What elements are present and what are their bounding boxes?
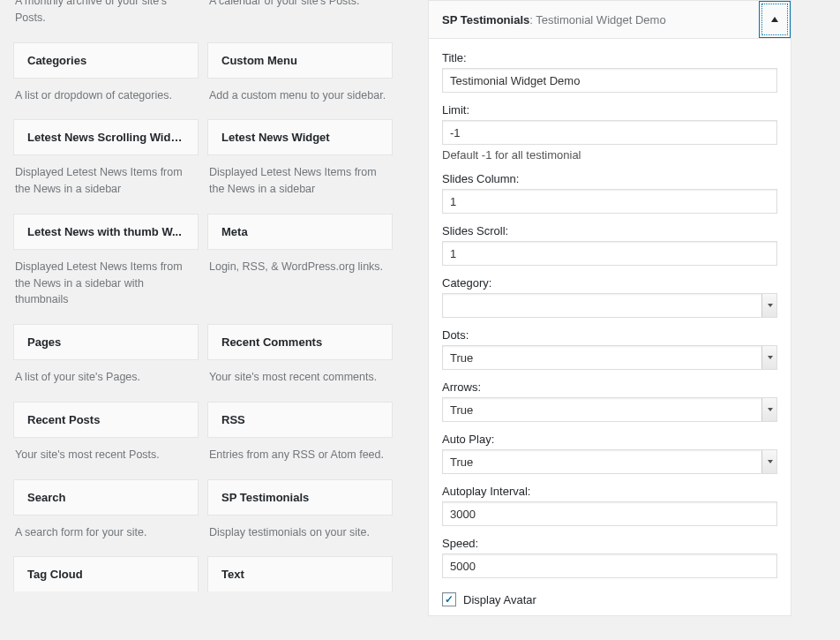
speed-input[interactable] — [442, 553, 777, 578]
title-label: Title: — [442, 51, 777, 64]
widget-description: A monthly archive of your site's Posts. — [13, 0, 199, 42]
arrows-label: Arrows: — [442, 380, 777, 394]
display-avatar-checkbox[interactable] — [442, 592, 456, 606]
arrows-select[interactable] — [442, 397, 777, 422]
slides-scroll-label: Slides Scroll: — [442, 224, 777, 237]
widget-item[interactable]: Text — [207, 556, 393, 591]
widget-title: Letest News Scrolling Widget — [27, 131, 184, 144]
limit-label: Limit: — [442, 103, 777, 117]
widget-title: Letest News Widget — [221, 131, 379, 144]
slides-column-input[interactable] — [442, 189, 777, 214]
widget-item[interactable]: Letest News Scrolling Widget Displayed L… — [13, 119, 199, 214]
widget-item[interactable]: Recent Comments Your site's most recent … — [207, 324, 393, 402]
widget-item[interactable]: Categories A list or dropdown of categor… — [13, 42, 199, 120]
widget-item[interactable]: Custom Menu Add a custom menu to your si… — [207, 42, 393, 120]
autoplay-interval-input[interactable] — [442, 501, 777, 526]
widget-description: Add a custom menu to your sidebar. — [207, 79, 393, 120]
widget-title: Meta — [221, 225, 379, 238]
widget-item[interactable]: Meta Login, RSS, & WordPress.org links. — [207, 214, 393, 324]
available-widgets-panel: A monthly archive of your site's Posts. … — [0, 0, 406, 640]
widget-item[interactable]: RSS Entries from any RSS or Atom feed. — [207, 402, 393, 479]
limit-input[interactable] — [442, 120, 777, 145]
widget-item[interactable]: Recent Posts Your site's most recent Pos… — [13, 402, 199, 479]
widget-panel-subtitle: Testimonial Widget Demo — [536, 13, 665, 26]
speed-label: Speed: — [442, 537, 777, 550]
widget-description: A list or dropdown of categories. — [13, 79, 199, 120]
widget-item[interactable]: Letest News with thumb W... Displayed Le… — [13, 214, 199, 324]
widget-item[interactable]: Search A search form for your site. — [13, 479, 199, 557]
widget-description: Displayed Letest News Items from the New… — [13, 250, 199, 324]
widget-title: Pages — [27, 335, 184, 349]
dots-label: Dots: — [442, 328, 777, 342]
widget-title: Recent Posts — [27, 413, 184, 426]
collapse-toggle-button[interactable] — [759, 1, 791, 38]
widget-item[interactable]: Letest News Widget Displayed Letest News… — [207, 119, 393, 214]
triangle-up-icon — [770, 15, 779, 24]
category-select[interactable] — [442, 293, 777, 318]
widget-description: Displayed Letest News Items from the New… — [207, 155, 393, 214]
widget-description: A calendar of your site's Posts. — [207, 0, 393, 26]
widget-title: Search — [27, 491, 184, 504]
widget-description: Displayed Letest News Items from the New… — [13, 155, 199, 214]
widget-title: Letest News with thumb W... — [27, 225, 184, 238]
widget-description: A list of your site's Pages. — [13, 360, 199, 402]
category-label: Category: — [442, 276, 777, 290]
widget-item[interactable]: Pages A list of your site's Pages. — [13, 324, 199, 402]
slides-column-label: Slides Column: — [442, 172, 777, 185]
display-avatar-label: Display Avatar — [463, 593, 536, 606]
dots-select[interactable] — [442, 345, 777, 370]
slides-scroll-input[interactable] — [442, 241, 777, 266]
widget-title: SP Testimonials — [221, 491, 379, 504]
widget-title: RSS — [221, 413, 379, 426]
widget-title: Tag Cloud — [27, 568, 184, 581]
widget-item[interactable]: Tag Cloud — [13, 556, 199, 591]
widget-panel-name: SP Testimonials — [442, 13, 529, 26]
widget-item[interactable]: A calendar of your site's Posts. — [207, 0, 393, 42]
autoplay-label: Auto Play: — [442, 433, 777, 446]
widget-settings-panel: SP Testimonials: Testimonial Widget Demo… — [428, 0, 791, 616]
widget-item[interactable]: SP Testimonials Display testimonials on … — [207, 479, 393, 557]
widget-description: Entries from any RSS or Atom feed. — [207, 438, 393, 479]
widget-title: Text — [221, 568, 379, 581]
svg-marker-0 — [771, 17, 778, 22]
widget-description: Your site's most recent Posts. — [13, 438, 199, 479]
widget-title: Custom Menu — [221, 54, 379, 67]
widget-description: Display testimonials on your site. — [207, 516, 393, 557]
widget-title: Recent Comments — [221, 335, 379, 349]
autoplay-interval-label: Autoplay Interval: — [442, 485, 777, 498]
widget-item[interactable]: A monthly archive of your site's Posts. — [13, 0, 199, 42]
autoplay-select[interactable] — [442, 449, 777, 474]
widget-title: Categories — [27, 54, 184, 67]
limit-help-text: Default -1 for all testimonial — [442, 148, 777, 162]
widget-description: A search form for your site. — [13, 516, 199, 557]
widget-description: Your site's most recent comments. — [207, 360, 393, 402]
title-input[interactable] — [442, 68, 777, 93]
widget-panel-header[interactable]: SP Testimonials: Testimonial Widget Demo — [429, 1, 791, 39]
widget-description: Login, RSS, & WordPress.org links. — [207, 250, 393, 303]
